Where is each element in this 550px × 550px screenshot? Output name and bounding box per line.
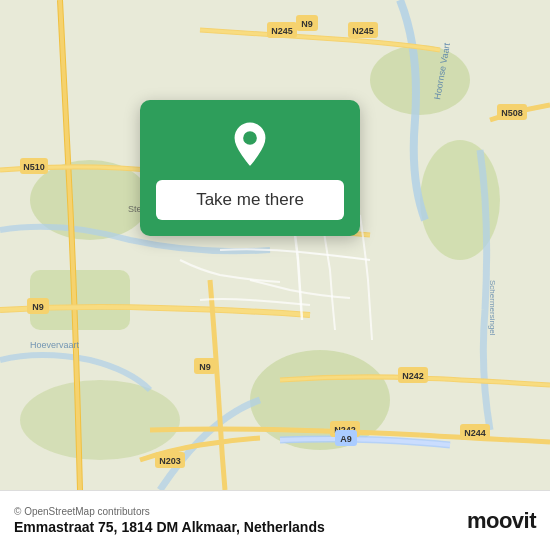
svg-text:N244: N244 (464, 428, 486, 438)
location-card: Take me there (140, 100, 360, 236)
address-section: © OpenStreetMap contributors Emmastraat … (14, 506, 325, 535)
map-pin-icon (226, 120, 274, 168)
svg-point-2 (370, 45, 470, 115)
svg-text:N9: N9 (199, 362, 211, 372)
svg-text:Schermersingel: Schermersingel (488, 280, 497, 336)
moovit-text: moovit (467, 508, 536, 534)
svg-point-5 (20, 380, 180, 460)
svg-text:N9: N9 (32, 302, 44, 312)
svg-text:N9: N9 (301, 19, 313, 29)
svg-text:N245: N245 (352, 26, 374, 36)
address-text: Emmastraat 75, 1814 DM Alkmaar, Netherla… (14, 519, 325, 535)
map-container: N9 N9 N9 N510 N245 N245 N242 N242 N244 N… (0, 0, 550, 490)
bottom-bar: © OpenStreetMap contributors Emmastraat … (0, 490, 550, 550)
osm-attribution: © OpenStreetMap contributors (14, 506, 325, 517)
svg-text:A9: A9 (340, 434, 352, 444)
svg-text:Hoevervaart: Hoevervaart (30, 340, 80, 350)
svg-point-35 (243, 131, 257, 145)
svg-text:N510: N510 (23, 162, 45, 172)
moovit-logo: moovit (467, 508, 536, 534)
svg-text:N203: N203 (159, 456, 181, 466)
take-me-there-button[interactable]: Take me there (156, 180, 344, 220)
map-svg: N9 N9 N9 N510 N245 N245 N242 N242 N244 N… (0, 0, 550, 490)
svg-text:N508: N508 (501, 108, 523, 118)
svg-text:N242: N242 (402, 371, 424, 381)
svg-text:N245: N245 (271, 26, 293, 36)
